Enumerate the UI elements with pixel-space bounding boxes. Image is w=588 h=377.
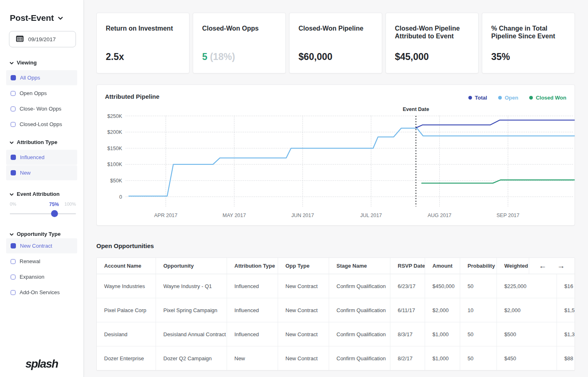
table-cell: 50 bbox=[460, 322, 497, 346]
sidebar-item-influenced[interactable]: Influenced bbox=[6, 150, 77, 165]
checkbox-icon[interactable] bbox=[11, 155, 16, 160]
table-cell: 50 bbox=[460, 274, 497, 298]
metric-value: 5 (18%) bbox=[202, 51, 235, 62]
table-cell: $1,3 bbox=[557, 322, 575, 346]
table-cell: 6/11/17 bbox=[390, 298, 425, 322]
sidebar-item-label: Close- Won Opps bbox=[20, 106, 61, 112]
checkbox-icon[interactable] bbox=[11, 91, 16, 96]
legend-dot-icon bbox=[468, 96, 472, 100]
chevron-down-icon bbox=[10, 138, 13, 146]
table-row: DesislandDesisland Annual ContractInflue… bbox=[97, 322, 575, 346]
event-selector-dropdown[interactable]: Post-Event bbox=[10, 13, 83, 23]
table-cell: Pixel Palace Corp bbox=[97, 298, 156, 322]
date-value: 09/19/2017 bbox=[28, 36, 56, 42]
slider-max-label: 100% bbox=[65, 202, 76, 206]
checkbox-icon[interactable] bbox=[11, 122, 16, 127]
sidebar-item-label: Influenced bbox=[20, 154, 45, 160]
sidebar-item-label: Add-On Services bbox=[20, 289, 60, 295]
open-opportunities-table: Account NameOpportunityAttribution TypeO… bbox=[96, 257, 575, 370]
metric-card: Closed-Won Pipeline$60,000 bbox=[289, 13, 382, 73]
sidebar-section-header-opportunity-type[interactable]: Opportunity Type bbox=[10, 230, 83, 237]
metric-card: Closed-Won Opps5 (18%) bbox=[193, 13, 286, 73]
table-cell: New bbox=[227, 346, 278, 370]
sidebar-item-new[interactable]: New bbox=[6, 165, 77, 180]
sidebar-item-expansion[interactable]: Expansion bbox=[6, 269, 77, 284]
sidebar-item-close-won-opps[interactable]: Close- Won Opps bbox=[6, 101, 77, 116]
series-line-open bbox=[129, 128, 575, 196]
x-axis-label: AUG 2017 bbox=[428, 213, 451, 218]
x-axis-label: JUL 2017 bbox=[360, 213, 382, 218]
date-picker-input[interactable]: 09/19/2017 bbox=[9, 31, 76, 47]
sidebar-item-label: Expansion bbox=[20, 274, 45, 280]
sidebar-item-closed-lost-opps[interactable]: Closed-Lost Opps bbox=[6, 117, 77, 132]
chevron-down-icon bbox=[10, 190, 13, 197]
table-cell: $500 bbox=[497, 322, 557, 346]
metric-cards: Return on Investment2.5xClosed-Won Opps5… bbox=[96, 13, 575, 73]
y-axis-label: $150K bbox=[107, 146, 122, 151]
slider-current-label: 75% bbox=[49, 202, 59, 207]
sidebar: Post-Event 09/19/2017 ViewingAll OppsOpe… bbox=[0, 0, 84, 377]
arrow-left-icon[interactable]: ← bbox=[539, 262, 547, 270]
arrow-right-icon[interactable]: → bbox=[557, 262, 565, 270]
table-cell: 8/3/17 bbox=[390, 322, 425, 346]
sidebar-item-label: New bbox=[20, 170, 31, 176]
x-axis-label: JUN 2017 bbox=[291, 213, 314, 218]
sidebar-section-header-viewing[interactable]: Viewing bbox=[10, 59, 83, 66]
x-axis-label: MAY 2017 bbox=[223, 213, 246, 218]
chart-legend: TotalOpenClosed Won bbox=[468, 95, 566, 101]
checkbox-icon[interactable] bbox=[11, 75, 16, 80]
slider-thumb[interactable] bbox=[51, 210, 58, 217]
sidebar-item-add-on-services[interactable]: Add-On Services bbox=[6, 285, 77, 300]
checkbox-icon[interactable] bbox=[11, 170, 16, 175]
slider-labels: 0%75%100% bbox=[10, 202, 76, 207]
sidebar-item-new-contract[interactable]: New Contract bbox=[6, 238, 77, 253]
chart-title: Attributed Pipeline bbox=[105, 93, 159, 100]
table-cell: 10 bbox=[460, 298, 497, 322]
legend-item-total[interactable]: Total bbox=[468, 95, 487, 101]
legend-label: Open bbox=[505, 95, 518, 101]
table-title: Open Opportunities bbox=[96, 242, 575, 249]
table-cell: Influenced bbox=[227, 274, 278, 298]
table-cell: $2,000 bbox=[497, 298, 557, 322]
table-cell: $1,5 bbox=[557, 298, 575, 322]
sidebar-section-header-event-attribution[interactable]: Event Attribution bbox=[10, 190, 83, 197]
checkbox-icon[interactable] bbox=[11, 106, 16, 111]
page-title: Post-Event bbox=[10, 13, 54, 23]
table-cell: Wayne Industry - Q1 bbox=[156, 274, 227, 298]
metric-title: Closed-Won Opps bbox=[202, 24, 275, 32]
filter-list: New ContractRenewalExpansionAdd-On Servi… bbox=[0, 238, 83, 300]
metric-title: Closed-Won Pipeline Attributed to Event bbox=[395, 24, 468, 40]
legend-label: Closed Won bbox=[536, 95, 566, 101]
table-cell: New Contract bbox=[278, 322, 329, 346]
table-cell: Pixel Spring Campaign bbox=[156, 298, 227, 322]
table-cell: 8/2/17 bbox=[390, 346, 425, 370]
table-cell: Desisland bbox=[97, 322, 156, 346]
x-axis-label: SEP 2017 bbox=[497, 213, 519, 218]
table-cell: $2,000 bbox=[425, 298, 460, 322]
sidebar-section-header-attribution-type[interactable]: Attribution Type bbox=[10, 138, 83, 146]
metric-value: 2.5x bbox=[106, 51, 124, 62]
table-cell: $16 bbox=[557, 274, 575, 298]
legend-item-open[interactable]: Open bbox=[498, 95, 518, 101]
checkbox-icon[interactable] bbox=[11, 259, 16, 264]
sidebar-item-all-opps[interactable]: All Opps bbox=[6, 70, 77, 85]
table-cell: 6/23/17 bbox=[390, 274, 425, 298]
table-cell: Confirm Qualification bbox=[329, 322, 390, 346]
slider-track[interactable] bbox=[10, 213, 76, 214]
event-attribution-slider[interactable]: 0%75%100% bbox=[10, 202, 76, 220]
legend-label: Total bbox=[475, 95, 487, 101]
sidebar-item-open-opps[interactable]: Open Opps bbox=[6, 86, 77, 101]
checkbox-icon[interactable] bbox=[11, 275, 16, 279]
table-row: Dozer EnterpriseDozer Q2 CampaignNewNew … bbox=[97, 346, 575, 370]
table-cell: Confirm Qualification bbox=[329, 346, 390, 370]
pipeline-chart-card: $250K$200K$150K$100K$50K0APR 2017MAY 201… bbox=[96, 84, 575, 226]
sidebar-item-renewal[interactable]: Renewal bbox=[6, 254, 77, 269]
table-row: Pixel Palace CorpPixel Spring CampaignIn… bbox=[97, 298, 575, 322]
legend-item-closed-won[interactable]: Closed Won bbox=[529, 95, 566, 101]
checkbox-icon[interactable] bbox=[11, 290, 16, 295]
section-label: Opportunity Type bbox=[17, 231, 60, 237]
y-axis-label: $250K bbox=[107, 113, 122, 119]
metric-value: 35% bbox=[491, 51, 510, 62]
metric-card: Return on Investment2.5x bbox=[96, 13, 189, 73]
checkbox-icon[interactable] bbox=[11, 243, 16, 248]
